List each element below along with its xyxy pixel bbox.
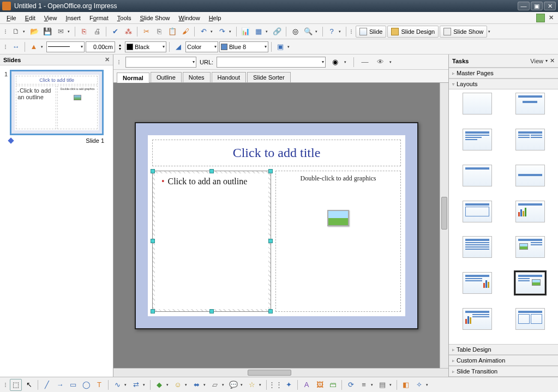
select-tool[interactable]: ⬚ xyxy=(10,379,22,391)
block-arrows-tool[interactable]: ⬌ xyxy=(190,379,202,391)
slide-design-button[interactable]: Slide Design xyxy=(387,26,439,38)
align-dropdown[interactable]: ▾ xyxy=(371,383,375,387)
redo-dropdown[interactable]: ▾ xyxy=(229,29,233,34)
insert-slide-button[interactable]: Slide xyxy=(356,26,386,38)
update-icon[interactable] xyxy=(536,14,545,22)
target-frame-button[interactable]: ◉ xyxy=(329,56,341,68)
presentation-toolbar-overflow[interactable]: ▾ xyxy=(488,29,493,34)
arrange-dropdown[interactable]: ▾ xyxy=(389,383,394,387)
url-name-select[interactable]: ▾ xyxy=(125,57,196,68)
horizontal-scrollbar[interactable] xyxy=(113,368,448,377)
fill-color-select[interactable]: Blue 8▾ xyxy=(219,41,268,52)
navigator-button[interactable]: ◎ xyxy=(289,26,301,38)
connector-dropdown[interactable]: ▾ xyxy=(143,383,147,387)
zoom-button[interactable]: 🔍 xyxy=(302,26,314,38)
section-table-design[interactable]: ▹Table Design xyxy=(449,344,558,355)
save-button[interactable]: 💾 xyxy=(41,26,53,38)
email-button[interactable]: ✉ xyxy=(55,26,67,38)
menu-window[interactable]: Window xyxy=(175,14,205,22)
section-custom-animation[interactable]: ▹Custom Animation xyxy=(449,355,558,366)
flowchart-dropdown[interactable]: ▾ xyxy=(222,383,226,387)
url-input[interactable]: ▾ xyxy=(217,57,326,68)
toolbar-grip-3[interactable] xyxy=(3,41,7,52)
arrows-dropdown[interactable]: ▾ xyxy=(203,383,208,387)
table-dropdown[interactable]: ▾ xyxy=(266,29,270,34)
layout-blank[interactable] xyxy=(463,93,492,114)
link-button[interactable]: — xyxy=(359,56,371,68)
line-width-input[interactable] xyxy=(86,41,115,52)
tab-notes[interactable]: Notes xyxy=(183,72,211,82)
toolbar-grip-4[interactable] xyxy=(117,57,121,68)
line-tool[interactable]: ╱ xyxy=(41,379,53,391)
menu-view[interactable]: View xyxy=(40,14,62,22)
menu-tools[interactable]: Tools xyxy=(113,14,136,22)
outline-placeholder[interactable]: Click to add an outline xyxy=(152,171,271,312)
layout-title-chart[interactable] xyxy=(515,201,545,222)
stars-tool[interactable]: ☆ xyxy=(246,379,258,391)
glue-points-tool[interactable]: ✦ xyxy=(283,379,295,391)
extrusion-tool[interactable]: ◧ xyxy=(400,379,412,391)
outline-bullet-text[interactable]: Click to add an outline xyxy=(161,177,262,186)
line-color-select[interactable]: Black▾ xyxy=(125,41,166,52)
minimize-button[interactable]: — xyxy=(518,2,530,10)
chart-button[interactable]: 📊 xyxy=(239,26,251,38)
layout-title-table[interactable] xyxy=(463,236,492,258)
undo-dropdown[interactable]: ▾ xyxy=(211,29,215,34)
pointer-tool[interactable]: ↖ xyxy=(23,379,35,391)
menu-help[interactable]: Help xyxy=(205,14,226,22)
layout-title-only[interactable] xyxy=(463,165,492,186)
title-placeholder[interactable]: Click to add title xyxy=(152,140,401,166)
layout-centered[interactable] xyxy=(515,165,545,186)
connector-tool[interactable]: ⇄ xyxy=(130,379,142,391)
spellcheck-button[interactable]: ✔ xyxy=(109,26,121,38)
layout-title-text-chart[interactable] xyxy=(463,272,492,294)
flowchart-tool[interactable]: ▱ xyxy=(209,379,221,391)
table-button[interactable]: ▦ xyxy=(253,26,265,38)
symbol-shapes-tool[interactable]: ☺ xyxy=(172,379,184,391)
points-tool[interactable]: ⋮⋮ xyxy=(269,379,281,391)
menu-file[interactable]: File xyxy=(2,14,21,22)
symbol-dropdown[interactable]: ▾ xyxy=(185,383,189,387)
interaction-tool[interactable]: ✧ xyxy=(413,379,425,391)
fontwork-tool[interactable]: A xyxy=(301,379,313,391)
slide-show-button[interactable]: Slide Show xyxy=(440,26,487,38)
undo-button[interactable]: ↶ xyxy=(197,26,209,38)
arrange-tool[interactable]: ▤ xyxy=(376,379,388,391)
layout-title-text-clipart[interactable] xyxy=(515,272,545,294)
section-master-pages[interactable]: ▹Master Pages xyxy=(449,68,558,79)
section-layouts[interactable]: ▿Layouts xyxy=(449,79,558,89)
line-width-spinner[interactable]: ▴▾ xyxy=(116,41,124,53)
tasks-panel-close[interactable]: ✕ xyxy=(550,57,555,64)
basic-shapes-dropdown[interactable]: ▾ xyxy=(166,383,171,387)
gallery-tool[interactable]: 🗃 xyxy=(327,379,339,391)
line-style-select[interactable]: ▾ xyxy=(46,41,85,52)
ellipse-tool[interactable]: ◯ xyxy=(80,379,92,391)
slides-panel-close[interactable]: ✕ xyxy=(105,56,110,63)
copy-button[interactable]: ⎘ xyxy=(153,26,165,38)
layout-title-content[interactable] xyxy=(463,129,492,150)
curve-tool[interactable]: ∿ xyxy=(111,379,123,391)
curve-dropdown[interactable]: ▾ xyxy=(124,383,129,387)
close-window-button[interactable]: ✕ xyxy=(544,2,556,10)
maximize-button[interactable]: ▣ xyxy=(531,2,543,10)
tab-handout[interactable]: Handout xyxy=(212,72,247,82)
arrow-tool[interactable]: → xyxy=(54,379,66,391)
area-fill-button[interactable]: ◢ xyxy=(172,41,184,53)
rectangle-tool[interactable]: ▭ xyxy=(67,379,79,391)
zoom-dropdown[interactable]: ▾ xyxy=(315,29,320,34)
tasks-view-menu[interactable]: View xyxy=(530,58,543,64)
layout-title-chart-text[interactable] xyxy=(463,308,492,330)
paste-button[interactable]: 📋 xyxy=(166,26,178,38)
rotate-tool[interactable]: ⟳ xyxy=(345,379,357,391)
url-toolbar-overflow[interactable]: ▾ xyxy=(389,60,394,64)
menu-slideshow[interactable]: Slide Show xyxy=(135,14,174,22)
tab-outline[interactable]: Outline xyxy=(151,72,182,82)
toolbar-overflow[interactable]: ▾ xyxy=(339,29,343,34)
canvas-main[interactable]: Click to add title xyxy=(113,83,440,368)
slide-canvas[interactable]: Click to add title xyxy=(135,122,418,329)
vertical-scrollbar[interactable] xyxy=(440,83,448,368)
new-doc-dropdown[interactable]: ▾ xyxy=(23,29,27,34)
open-button[interactable]: 📂 xyxy=(28,26,40,38)
basic-shapes-tool[interactable]: ◆ xyxy=(153,379,165,391)
layout-title-clipart-text[interactable] xyxy=(515,236,545,258)
